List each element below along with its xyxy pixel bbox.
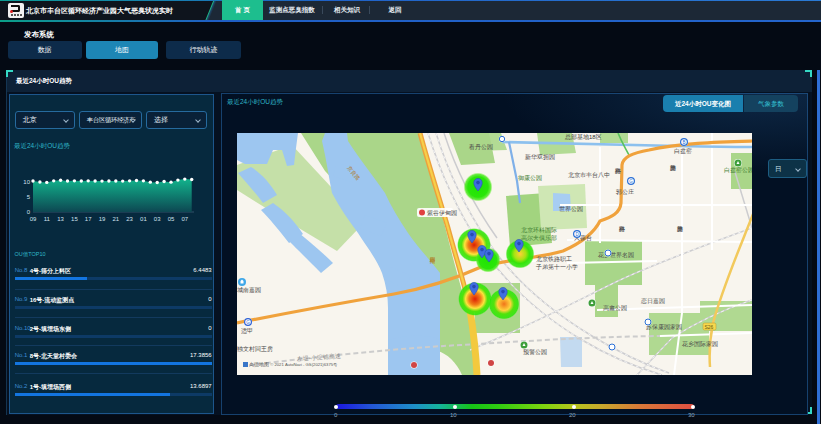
svg-text:花乡国际家园: 花乡国际家园	[682, 340, 718, 348]
svg-text:21: 21	[112, 216, 119, 222]
svg-text:05: 05	[168, 216, 175, 222]
svg-text:07: 07	[181, 216, 188, 222]
svg-text:高德地图 © 2021 AutoNavi - GS(2021: 高德地图 © 2021 AutoNavi - GS(2021)6375号	[249, 361, 338, 368]
svg-text:15: 15	[71, 216, 78, 222]
svg-text:城南嘉园: 城南嘉园	[237, 287, 261, 294]
svg-text:总部基地18区: 总部基地18区	[564, 133, 602, 141]
svg-text:白盆窑: 白盆窑	[674, 147, 692, 155]
svg-text:白盆窑公园: 白盆窑公园	[724, 166, 752, 174]
svg-text:适甲: 适甲	[241, 328, 253, 334]
svg-text:5: 5	[27, 194, 31, 200]
svg-text:看丹公园: 看丹公园	[468, 143, 493, 151]
svg-text:子弟第十一小学: 子弟第十一小学	[535, 263, 578, 271]
svg-text:预警公园: 预警公园	[523, 348, 547, 356]
svg-text:独文村回王房: 独文村回王房	[237, 345, 273, 353]
svg-text:高鑫公园: 高鑫公园	[603, 304, 627, 312]
svg-text:03: 03	[154, 216, 161, 222]
svg-text:郭公庄: 郭公庄	[615, 188, 634, 196]
svg-text:北京市丰台八中: 北京市丰台八中	[568, 171, 610, 179]
svg-text:01: 01	[140, 216, 147, 222]
svg-text:S26: S26	[705, 324, 714, 330]
svg-text:19: 19	[99, 216, 106, 222]
svg-text:新华双拥园: 新华双拥园	[525, 153, 555, 161]
svg-text:13: 13	[57, 216, 64, 222]
svg-text:G: G	[246, 320, 250, 325]
svg-text:23: 23	[126, 216, 133, 222]
svg-text:B: B	[682, 140, 685, 145]
svg-text:紫谷伊甸园: 紫谷伊甸园	[426, 209, 457, 217]
svg-text:17: 17	[85, 216, 92, 222]
svg-text:苏保康园家园: 苏保康园家园	[646, 323, 682, 331]
svg-text:花乡世界名园: 花乡世界名园	[598, 252, 634, 259]
svg-text:北京铁路职工: 北京铁路职工	[536, 255, 572, 263]
svg-text:北京环科国际: 北京环科国际	[521, 226, 557, 234]
svg-text:世界公园: 世界公园	[559, 206, 583, 213]
svg-text:0: 0	[27, 209, 31, 215]
svg-text:恋日嘉园: 恋日嘉园	[640, 297, 665, 305]
svg-text:御康公园: 御康公园	[518, 174, 542, 182]
svg-text:11: 11	[44, 216, 51, 222]
svg-text:10: 10	[23, 179, 30, 185]
svg-text:09: 09	[30, 216, 37, 222]
svg-text:高尔夫俱乐部: 高尔夫俱乐部	[521, 234, 557, 242]
svg-text:G: G	[629, 179, 633, 184]
